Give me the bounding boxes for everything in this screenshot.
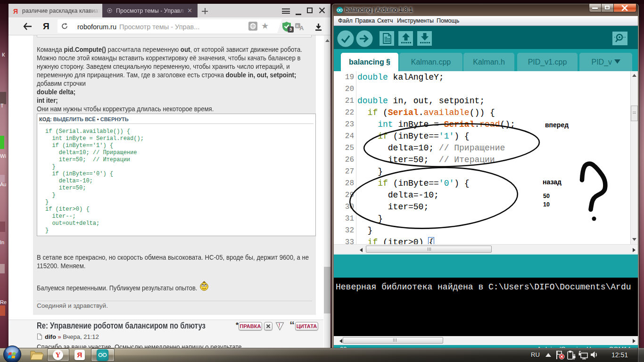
svg-text:!: ! [279, 323, 280, 328]
svg-text:A: A [299, 25, 304, 32]
svg-text:я: я [296, 24, 298, 28]
